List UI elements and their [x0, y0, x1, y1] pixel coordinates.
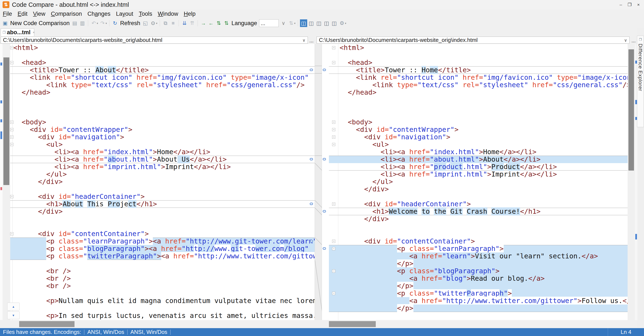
code-line[interactable]: − <head>: [329, 59, 628, 66]
menu-changes[interactable]: Changes: [85, 11, 113, 17]
minimize-button[interactable]: –: [620, 2, 622, 7]
code-line[interactable]: <li><a href="about.html">About</a></li>: [329, 156, 628, 163]
left-horizontal-scrollbar-thumb[interactable]: [19, 321, 74, 327]
merge-left-icon[interactable]: ←: [207, 19, 214, 27]
right-file-path-combo[interactable]: C:\Users\brunobrito\Documents\carparts-w…: [316, 36, 630, 44]
code-line[interactable]: − <div id="navigation">: [10, 133, 315, 141]
language-drop-icon[interactable]: ∨: [280, 19, 287, 27]
chevron-down-icon[interactable]: ∨: [302, 38, 306, 43]
left-file-path-combo[interactable]: C:\Users\brunobrito\Documents\carparts-w…: [1, 36, 308, 44]
code-line[interactable]: −<html>: [10, 44, 315, 51]
refresh-label[interactable]: Refresh: [120, 20, 140, 26]
merge-all-left-icon[interactable]: ⇅: [223, 19, 230, 27]
code-line[interactable]: <li><a href="about.html">About Us</a></l…: [10, 156, 315, 163]
code-line[interactable]: − <ul>: [10, 141, 315, 148]
code-line[interactable]: </div>: [329, 215, 628, 223]
dropdown-arrow-icon[interactable]: ▾: [97, 22, 98, 25]
word-wrap-icon[interactable]: ≡: [170, 19, 177, 27]
right-horizontal-scrollbar[interactable]: [322, 320, 628, 328]
code-line[interactable]: [10, 104, 315, 111]
change-marker-icon[interactable]: [0, 131, 2, 139]
collapse-icon[interactable]: −: [10, 61, 14, 64]
code-line[interactable]: </div>: [10, 178, 315, 185]
merge-right-icon[interactable]: →: [200, 19, 207, 27]
code-line[interactable]: <title>Tower :: Home</title>: [329, 66, 628, 74]
collapse-icon[interactable]: −: [332, 247, 335, 250]
code-line[interactable]: <br />: [10, 282, 315, 290]
code-line[interactable]: [329, 51, 628, 59]
collapse-icon[interactable]: −: [10, 128, 14, 131]
code-line[interactable]: <li><a href="imprint.html">Imprint</a></…: [10, 163, 315, 171]
undo-icon[interactable]: ↶: [90, 19, 97, 27]
code-line[interactable]: <p class="blogParagraph"><a href="http:/…: [10, 245, 315, 252]
left-code-pane[interactable]: −<html>− <head> <title>Tower :: About</t…: [0, 44, 315, 320]
change-marker-icon[interactable]: [635, 117, 637, 120]
left-overview-ruler[interactable]: [0, 44, 2, 320]
collapse-icon[interactable]: −: [10, 46, 14, 49]
code-line[interactable]: <li><a href="index.html">Home</a></li>: [10, 148, 315, 156]
code-line[interactable]: <br />: [10, 275, 315, 282]
code-line[interactable]: −<html>: [329, 44, 628, 51]
code-line[interactable]: − <div id="headerContainer">: [329, 200, 628, 208]
code-line[interactable]: − <ul>: [329, 141, 628, 148]
menu-edit[interactable]: Edit: [15, 11, 30, 17]
left-vertical-scrollbar[interactable]: [2, 44, 10, 320]
left-horizontal-scrollbar[interactable]: [0, 320, 315, 328]
pane-splitter[interactable]: [315, 44, 322, 320]
code-line[interactable]: <a href="learn">Visit our "learn" sectio…: [329, 252, 628, 260]
collapse-icon[interactable]: −: [332, 202, 335, 206]
difference-marker-icon[interactable]: [310, 158, 313, 160]
code-line[interactable]: − <p class="blogParagraph">: [329, 267, 628, 275]
difference-marker-icon[interactable]: [310, 240, 313, 242]
layout-top-bottom-button[interactable]: ◫: [323, 19, 330, 27]
settings-gear-icon[interactable]: ⚙: [338, 19, 346, 27]
code-line[interactable]: [329, 312, 628, 320]
code-line[interactable]: <a href="http://www.twitter.com/gittower…: [329, 297, 628, 305]
code-line[interactable]: <link type="text/css" rel="stylesheet" h…: [10, 81, 315, 89]
code-line[interactable]: − <div id="headerContainer">: [10, 193, 315, 200]
menu-file[interactable]: File: [0, 11, 15, 17]
code-line[interactable]: <a href="blog">Read our blog.</a>: [329, 275, 628, 282]
code-line[interactable]: [10, 51, 315, 59]
code-line[interactable]: − <div id="contentContainer">: [10, 230, 315, 238]
code-line[interactable]: <link type="text/css" rel="stylesheet" h…: [329, 81, 628, 89]
difference-marker-icon[interactable]: [310, 69, 313, 71]
code-line[interactable]: [10, 305, 315, 312]
menu-help[interactable]: Help: [181, 11, 198, 17]
compare-windows-icon[interactable]: ◱: [142, 19, 149, 27]
code-line[interactable]: </head>: [10, 89, 315, 96]
code-line[interactable]: [10, 223, 315, 230]
code-line[interactable]: [329, 104, 628, 111]
code-line[interactable]: [329, 96, 628, 104]
chevron-down-icon[interactable]: ∨: [624, 38, 627, 43]
collapse-icon[interactable]: −: [10, 121, 14, 124]
change-marker-icon[interactable]: [0, 100, 2, 103]
difference-marker-icon[interactable]: [323, 247, 326, 250]
change-marker-icon[interactable]: [0, 187, 2, 190]
code-line[interactable]: − <p class="twitterParagraph">: [329, 290, 628, 297]
collapse-icon[interactable]: −: [332, 135, 335, 139]
collapse-icon[interactable]: −: [10, 195, 14, 198]
right-browse-button[interactable]: ...: [630, 36, 636, 44]
code-line[interactable]: </p>: [329, 260, 628, 267]
collapse-icon[interactable]: −: [332, 292, 335, 295]
next-difference-icon[interactable]: ⇊: [181, 19, 188, 27]
collapse-icon[interactable]: −: [332, 128, 335, 131]
collapse-icon[interactable]: −: [332, 46, 335, 49]
merge-all-right-icon[interactable]: ⇅: [215, 19, 222, 27]
code-line[interactable]: <title>Tower :: About</title>: [10, 66, 315, 74]
code-line[interactable]: <link rel="shortcut icon" href="img/favi…: [10, 74, 315, 81]
left-vertical-scrollbar-thumb[interactable]: [4, 57, 9, 185]
menu-comparison[interactable]: Comparison: [48, 11, 85, 17]
code-line[interactable]: <link rel="shortcut icon" href="img/favi…: [329, 74, 628, 81]
find-icon[interactable]: ⊙: [150, 19, 157, 27]
code-line[interactable]: <li><a href="index.html">Home</a></li>: [329, 148, 628, 156]
code-line[interactable]: [329, 111, 628, 118]
menu-window[interactable]: Window: [155, 11, 181, 17]
code-line[interactable]: − <p class="learnParagraph">: [329, 245, 628, 252]
code-line[interactable]: </head>: [329, 89, 628, 96]
new-comparison-label[interactable]: New Code Comparison: [10, 20, 70, 26]
sync-scroll-icon[interactable]: ⇅: [288, 19, 295, 27]
code-line[interactable]: [329, 193, 628, 200]
code-line[interactable]: <br />: [10, 267, 315, 275]
